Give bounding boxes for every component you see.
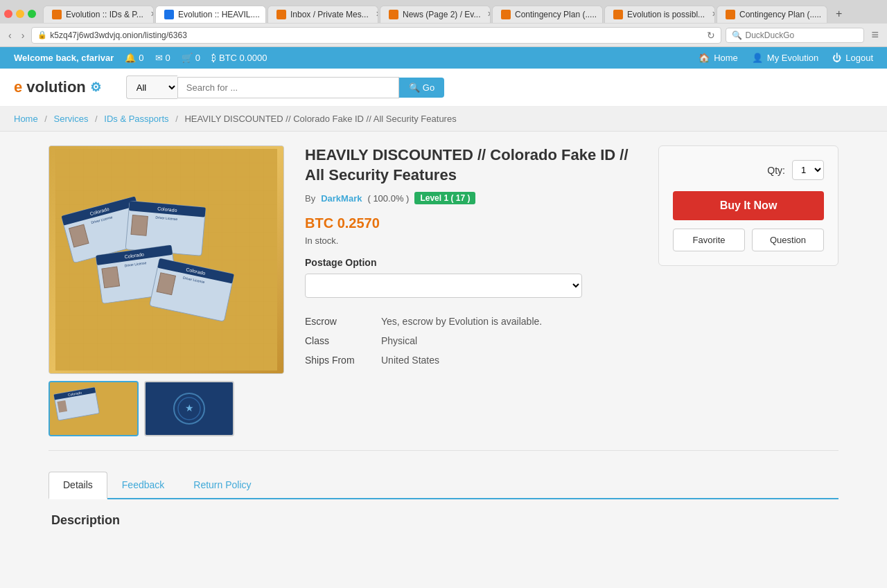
tabs-section: Details Feedback Return Policy	[49, 472, 838, 499]
tab-label-6: Evolution is possibl...	[627, 10, 705, 19]
product-meta: By DarkMark ( 100.0% ) Level 1 ( 17 )	[305, 192, 638, 204]
tab-feedback[interactable]: Feedback	[107, 472, 179, 498]
tab-label-1: Evolution :: IDs & P...	[66, 10, 143, 19]
envelope-icon: ✉	[155, 53, 163, 63]
tab-close-6[interactable]: ✕	[712, 10, 715, 19]
topbar-right: 🏠 Home 👤 My Evolution ⏻ Logout	[699, 53, 873, 63]
browser-tab-4[interactable]: News (Page 2) / Ev... ✕	[380, 6, 491, 23]
product-info: HEAVILY DISCOUNTED // Colorado Fake ID /…	[305, 145, 638, 436]
postage-label: Postage Option	[305, 257, 638, 268]
thumbnail-2[interactable]: ★	[144, 381, 234, 436]
browser-menu-button[interactable]: ≡	[868, 26, 881, 44]
tab-label-7: Contingency Plan (.....	[739, 10, 821, 19]
tab-favicon-7	[726, 10, 735, 19]
breadcrumb-ids-passports[interactable]: IDs & Passports	[104, 114, 168, 124]
tab-close-4[interactable]: ✕	[487, 10, 491, 19]
site-header: evolution ⚙ All 🔍 Go	[0, 69, 887, 107]
new-tab-button[interactable]: +	[829, 4, 849, 24]
browser-search-input[interactable]	[745, 30, 858, 40]
site-logo[interactable]: evolution ⚙	[14, 78, 101, 96]
bell-icon: 🔔	[125, 53, 136, 63]
thumbnail-1[interactable]: Colorado	[49, 381, 139, 436]
tab-favicon-3	[276, 10, 286, 19]
alerts-count: 0	[139, 53, 143, 63]
btc-icon: ₿	[211, 53, 216, 63]
product-details: Escrow Yes, escrow by Evolution is avail…	[305, 312, 638, 370]
btc-value: BTC 0.0000	[219, 53, 267, 63]
purchase-box: Qty: 1 2 3 4 5 Buy It Now Favorite Quest…	[658, 145, 838, 436]
tab-return-policy[interactable]: Return Policy	[179, 472, 265, 498]
search-go-label: Go	[423, 82, 434, 93]
qty-select[interactable]: 1 2 3 4 5	[792, 160, 824, 180]
browser-tab-7[interactable]: Contingency Plan (..... ✕	[717, 6, 827, 23]
favorite-button[interactable]: Favorite	[673, 229, 745, 251]
browser-tab-1[interactable]: Evolution :: IDs & P... ✕	[43, 6, 154, 23]
browser-tab-2[interactable]: Evolution :: HEAVIL.... ✕	[155, 6, 266, 23]
breadcrumb-sep-3: /	[175, 114, 178, 124]
browser-tab-5[interactable]: Contingency Plan (..... ✕	[492, 6, 603, 23]
id-cards-svg: Colorado Driver License Colorado Driver …	[55, 149, 277, 371]
breadcrumb-sep-1: /	[44, 114, 47, 124]
search-button[interactable]: 🔍 Go	[399, 78, 444, 98]
messages-item[interactable]: ✉ 0	[155, 53, 170, 63]
logout-link[interactable]: ⏻ Logout	[832, 53, 873, 63]
logout-icon: ⏻	[832, 53, 841, 63]
qty-row: Qty: 1 2 3 4 5	[673, 160, 824, 180]
buy-now-button[interactable]: Buy It Now	[673, 191, 824, 220]
rating-text: ( 100.0% )	[367, 193, 409, 204]
home-nav-link[interactable]: 🏠 Home	[699, 53, 738, 63]
tab-details[interactable]: Details	[49, 472, 107, 499]
main-product-image[interactable]: Colorado Driver License Colorado Driver …	[49, 145, 284, 374]
cart-item[interactable]: 🛒 0	[182, 53, 200, 63]
svg-text:★: ★	[185, 402, 194, 413]
svg-rect-17	[102, 267, 120, 288]
tab-close-1[interactable]: ✕	[150, 10, 154, 19]
search-input[interactable]	[177, 77, 399, 98]
postage-select[interactable]	[305, 274, 582, 298]
home-icon: 🏠	[699, 53, 710, 63]
by-label: By	[305, 193, 315, 204]
maximize-window-button[interactable]	[28, 10, 36, 18]
breadcrumb-sep-2: /	[95, 114, 98, 124]
browser-search[interactable]: 🔍	[726, 28, 864, 43]
btc-balance: ₿ BTC 0.0000	[211, 53, 267, 63]
breadcrumb-services[interactable]: Services	[54, 114, 89, 124]
description-section: Description	[49, 513, 838, 528]
browser-chrome: Evolution :: IDs & P... ✕ Evolution :: H…	[0, 0, 887, 47]
forward-button[interactable]: ›	[19, 28, 28, 42]
stock-status: In stock.	[305, 235, 638, 246]
action-row: Favorite Question	[673, 229, 824, 251]
logout-label: Logout	[845, 53, 873, 63]
seller-link[interactable]: DarkMark	[321, 193, 362, 204]
user-icon: 👤	[752, 53, 763, 63]
traffic-lights	[4, 10, 36, 18]
search-icon: 🔍	[409, 82, 420, 93]
ships-from-value: United States	[381, 355, 439, 366]
breadcrumb-home[interactable]: Home	[14, 114, 38, 124]
breadcrumb-current: HEAVILY DISCOUNTED // Colorado Fake ID /…	[184, 114, 456, 124]
minimize-window-button[interactable]	[16, 10, 24, 18]
back-button[interactable]: ‹	[6, 28, 15, 42]
browser-tab-6[interactable]: Evolution is possibl... ✕	[604, 6, 715, 23]
url-bar[interactable]: 🔒 k5zq47j6wd3wdvjq.onion/listing/6363 ↻	[31, 27, 721, 44]
alerts-item[interactable]: 🔔 0	[125, 53, 143, 63]
main-image-placeholder: Colorado Driver License Colorado Driver …	[49, 146, 283, 373]
browser-tab-3[interactable]: Inbox / Private Mes... ✕	[267, 6, 378, 23]
breadcrumb: Home / Services / IDs & Passports / HEAV…	[0, 107, 887, 132]
tab-bar: Evolution :: IDs & P... ✕ Evolution :: H…	[0, 0, 887, 24]
question-button[interactable]: Question	[752, 229, 824, 251]
main-content: Colorado Driver License Colorado Driver …	[35, 145, 852, 528]
close-window-button[interactable]	[4, 10, 12, 18]
tab-favicon-6	[613, 10, 623, 19]
refresh-icon[interactable]: ↻	[707, 30, 715, 41]
tab-label-2: Evolution :: HEAVIL....	[178, 10, 260, 19]
cart-count: 0	[195, 53, 200, 63]
product-title: HEAVILY DISCOUNTED // Colorado Fake ID /…	[305, 145, 638, 185]
my-evolution-label: My Evolution	[767, 53, 818, 63]
tab-label-5: Contingency Plan (.....	[515, 10, 597, 19]
my-evolution-link[interactable]: 👤 My Evolution	[752, 53, 818, 63]
escrow-label: Escrow	[305, 316, 381, 327]
tab-close-3[interactable]: ✕	[376, 10, 378, 19]
tab-favicon-1	[52, 10, 62, 19]
search-category-select[interactable]: All	[126, 75, 177, 99]
